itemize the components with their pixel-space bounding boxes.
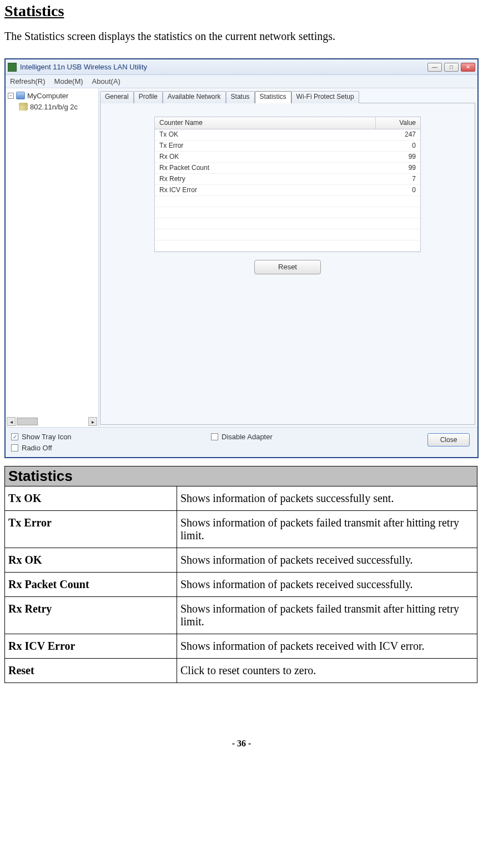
desc-text: Shows information of packets failed tran… [177, 511, 477, 548]
table-row: Rx ICV Error0 [155, 185, 420, 196]
table-row: Tx Error0 [155, 141, 420, 152]
tree-expander-icon[interactable]: − [8, 93, 14, 99]
desc-label: Rx OK [5, 548, 177, 573]
stats-value: 7 [376, 174, 420, 184]
app-icon [8, 63, 17, 72]
computer-icon [16, 92, 25, 99]
menu-about[interactable]: About(A) [92, 77, 120, 86]
close-button[interactable]: ✕ [461, 63, 475, 72]
stats-name: Tx OK [155, 129, 376, 140]
disable-adapter-label: Disable Adapter [222, 433, 273, 441]
page-number: - 36 - [4, 739, 479, 749]
table-row [155, 196, 420, 207]
description-table: Statistics Tx OKShows information of pac… [4, 466, 477, 683]
table-row: Rx Retry7 [155, 174, 420, 185]
maximize-button[interactable]: □ [444, 63, 459, 72]
content-panel: General Profile Available Network Status… [99, 88, 477, 427]
desc-text: Shows information of packets received su… [177, 548, 477, 573]
stats-name: Rx OK [155, 152, 376, 162]
statistics-header: Counter Name Value [155, 117, 420, 129]
wifi-adapter-icon [19, 103, 28, 111]
desc-text: Shows information of packets failed tran… [177, 597, 477, 634]
app-window: Intelligent 11n USB Wireless LAN Utility… [4, 58, 479, 458]
disable-adapter-checkbox[interactable] [211, 433, 218, 440]
stats-name: Rx Retry [155, 174, 376, 184]
desc-label: Reset [5, 659, 177, 683]
scroll-right-icon[interactable]: ▸ [88, 417, 97, 426]
statistics-table: Counter Name Value Tx OK247 Tx Error0 Rx… [154, 117, 421, 252]
desc-text: Shows information of packets received su… [177, 573, 477, 597]
show-tray-checkbox[interactable]: ✓ [11, 433, 18, 440]
stats-value: 247 [376, 129, 420, 140]
tab-statistics[interactable]: Statistics [255, 91, 291, 103]
desc-label: Rx ICV Error [5, 634, 177, 659]
desc-label: Tx OK [5, 486, 177, 511]
desc-label: Rx Packet Count [5, 573, 177, 597]
desc-label: Rx Retry [5, 597, 177, 634]
stats-name: Rx Packet Count [155, 163, 376, 173]
stats-name: Tx Error [155, 141, 376, 151]
desc-label: Tx Error [5, 511, 177, 548]
stats-value: 0 [376, 185, 420, 195]
titlebar: Intelligent 11n USB Wireless LAN Utility… [6, 59, 477, 75]
tabstrip: General Profile Available Network Status… [100, 91, 475, 103]
menu-mode[interactable]: Mode(M) [54, 77, 83, 86]
tab-available-network[interactable]: Available Network [163, 91, 226, 103]
tree-child-label: 802.11n/b/g 2c [30, 103, 78, 111]
tree-panel: − MyComputer 802.11n/b/g 2c ◂ ▸ [6, 88, 99, 427]
table-row: Rx Packet Count99 [155, 163, 420, 174]
show-tray-label: Show Tray Icon [22, 433, 72, 441]
desc-text: Click to reset counters to zero. [177, 659, 477, 683]
desc-table-header: Statistics [5, 466, 477, 486]
scroll-thumb[interactable] [17, 418, 38, 425]
bottom-bar: ✓ Show Tray Icon Radio Off Disable Adapt… [6, 427, 477, 457]
menubar: Refresh(R) Mode(M) About(A) [6, 75, 477, 88]
tree-root-label: MyComputer [27, 92, 68, 100]
window-controls: — □ ✕ [427, 63, 475, 72]
minimize-button[interactable]: — [427, 63, 442, 72]
table-row [155, 218, 420, 229]
close-app-button[interactable]: Close [427, 433, 470, 446]
table-row [155, 207, 420, 218]
tab-wifi-protect-setup[interactable]: Wi-Fi Protect Setup [291, 91, 359, 103]
stats-value: 99 [376, 163, 420, 173]
stats-value: 99 [376, 152, 420, 162]
tab-status[interactable]: Status [226, 91, 255, 103]
reset-button[interactable]: Reset [254, 260, 321, 274]
table-row: Tx OK247 [155, 129, 420, 141]
table-row [155, 240, 420, 252]
radio-off-label: Radio Off [22, 444, 52, 452]
tree-child-node[interactable]: 802.11n/b/g 2c [19, 102, 96, 112]
table-row: Rx OK99 [155, 152, 420, 163]
radio-off-checkbox[interactable] [11, 444, 18, 451]
desc-text: Shows information of packets received wi… [177, 634, 477, 659]
desc-text: Shows information of packets successfull… [177, 486, 477, 511]
tab-profile[interactable]: Profile [134, 91, 163, 103]
tree-horizontal-scrollbar[interactable]: ◂ ▸ [7, 417, 97, 426]
menu-refresh[interactable]: Refresh(R) [10, 77, 46, 86]
tree-root-node[interactable]: − MyComputer [8, 91, 96, 101]
stats-col-value[interactable]: Value [376, 117, 420, 129]
tab-general[interactable]: General [100, 91, 134, 103]
stats-value: 0 [376, 141, 420, 151]
page-description: The Statistics screen displays the stati… [4, 30, 479, 43]
scroll-left-icon[interactable]: ◂ [7, 417, 16, 426]
stats-name: Rx ICV Error [155, 185, 376, 195]
stats-col-counter-name[interactable]: Counter Name [155, 117, 376, 129]
tab-content-statistics: Counter Name Value Tx OK247 Tx Error0 Rx… [100, 103, 475, 425]
page-heading: Statistics [4, 2, 479, 20]
table-row [155, 229, 420, 240]
window-title: Intelligent 11n USB Wireless LAN Utility [20, 63, 427, 71]
